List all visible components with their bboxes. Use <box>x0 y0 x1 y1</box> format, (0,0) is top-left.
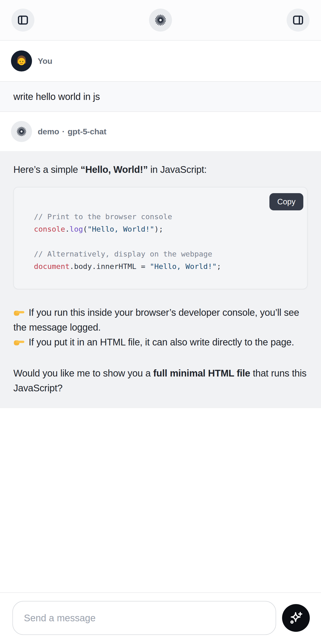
assistant-question-paragraph: Would you like me to show you a full min… <box>13 366 308 396</box>
assistant-tips-paragraph: If you run this inside your browser’s de… <box>13 305 308 350</box>
person-emoji-icon <box>14 54 28 68</box>
chat-area: You write hello world in js <box>0 41 321 592</box>
assistant-message: Here’s a simple “Hello, World!” in JavaS… <box>0 151 321 408</box>
code-line-console-log: console.log("Hello, World!"); <box>34 223 298 235</box>
right-panel-toggle-button[interactable] <box>287 8 310 32</box>
starburst-avatar-icon <box>16 126 27 137</box>
chat-empty-space <box>0 408 321 592</box>
assistant-message-header: demo · gpt-5-chat <box>0 112 321 151</box>
pointing-right-emoji-icon <box>13 306 25 318</box>
model-name: gpt-5-chat <box>68 127 106 136</box>
tip2-text: If you put it in an HTML file, it can al… <box>29 337 294 347</box>
pointing-right-emoji-icon <box>13 336 25 348</box>
send-button[interactable] <box>282 604 310 632</box>
panel-left-icon <box>17 14 29 26</box>
app-logo-button[interactable] <box>149 8 172 32</box>
message-input[interactable] <box>12 601 276 635</box>
assistant-agent-label: demo · gpt-5-chat <box>38 127 106 136</box>
chat-app: You write hello world in js <box>0 0 321 644</box>
user-avatar[interactable] <box>11 50 32 72</box>
user-message: write hello world in js <box>0 81 321 112</box>
assistant-intro-paragraph: Here’s a simple “Hello, World!” in JavaS… <box>13 162 308 177</box>
sidebar-toggle-button[interactable] <box>11 8 34 32</box>
tip1-text: If you run this inside your browser’s de… <box>13 307 299 332</box>
composer-bar <box>0 592 321 644</box>
agent-name: demo <box>38 127 59 136</box>
user-message-header: You <box>0 41 321 81</box>
code-line-comment2: // Alternatively, display on the webpage <box>34 248 298 260</box>
assistant-avatar[interactable] <box>11 121 32 142</box>
code-line-blank <box>34 235 298 248</box>
intro-text-after: in JavaScript: <box>148 164 207 175</box>
panel-right-icon <box>292 14 304 26</box>
starburst-logo-icon <box>154 14 167 27</box>
code-line-comment: // Print to the browser console <box>34 210 298 223</box>
copy-code-button[interactable]: Copy <box>269 193 303 210</box>
agent-model-separator: · <box>62 127 65 136</box>
question-bold-text: full minimal HTML file <box>153 368 250 378</box>
code-block: Copy // Print to the browser console con… <box>13 187 308 289</box>
question-text: Would you like me to show you a <box>13 368 153 378</box>
code-line-innerhtml: document.body.innerHTML = "Hello, World!… <box>34 260 298 272</box>
intro-text: Here’s a simple <box>13 164 80 175</box>
user-message-text: write hello world in js <box>13 91 100 102</box>
intro-bold-text: “Hello, World!” <box>80 164 148 175</box>
user-sender-label: You <box>38 56 52 66</box>
sparkles-icon <box>289 610 303 625</box>
top-bar <box>0 0 321 41</box>
